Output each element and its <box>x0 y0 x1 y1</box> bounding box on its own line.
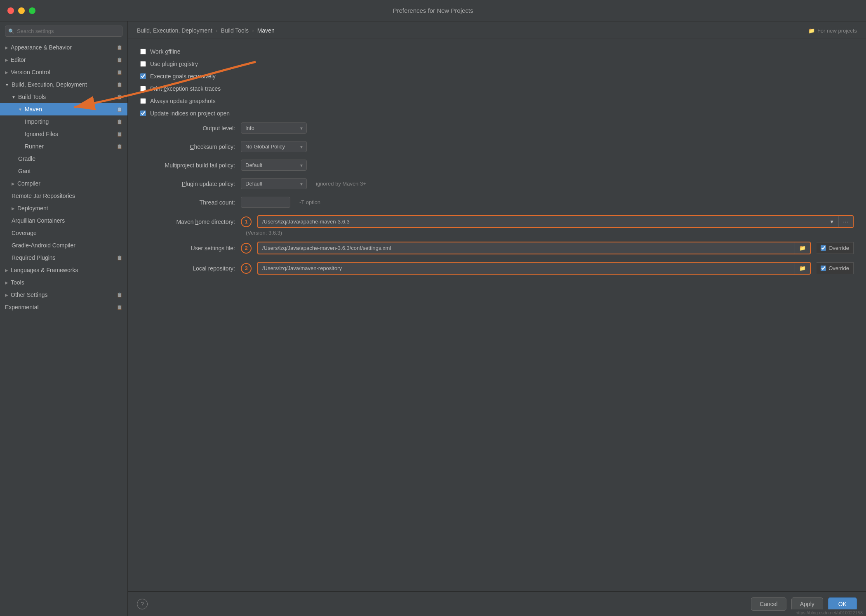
user-settings-input-wrap: 📁 <box>257 242 811 254</box>
user-settings-input[interactable] <box>258 242 795 254</box>
arrow-icon: ▶ <box>5 45 8 50</box>
local-repo-input[interactable] <box>258 263 795 274</box>
sidebar-item-deployment[interactable]: ▶ Deployment <box>0 202 127 214</box>
arrow-icon: ▶ <box>5 70 8 75</box>
output-level-row: Output level: Info Debug Warn Error ▼ <box>140 122 854 134</box>
thread-count-label: Thread count: <box>140 199 235 206</box>
sidebar-item-version-control[interactable]: ▶ Version Control 📋 <box>0 66 127 78</box>
sidebar-item-runner[interactable]: Runner 📋 <box>0 140 127 153</box>
maven-home-browse-btn[interactable]: ··· <box>838 216 853 227</box>
update-indices-checkbox[interactable] <box>140 111 146 116</box>
checkbox-execute-goals: Execute goals recursively <box>140 73 854 80</box>
execute-goals-checkbox[interactable] <box>140 73 146 79</box>
maven-home-dropdown-btn[interactable]: ▼ <box>825 216 838 227</box>
sidebar-item-label: Version Control <box>11 69 117 75</box>
ok-button[interactable]: OK <box>828 597 857 611</box>
maven-home-label: Maven home directory: <box>140 219 235 225</box>
checksum-policy-select[interactable]: No Global Policy Fail Warn Ignore <box>241 141 307 152</box>
sidebar-item-label: Maven <box>25 106 117 113</box>
search-input[interactable] <box>5 26 122 37</box>
sidebar-item-remote-jar[interactable]: Remote Jar Repositories <box>0 190 127 202</box>
maven-home-row: Maven home directory: 1 ▼ ··· <box>140 215 854 228</box>
user-settings-label: User settings file: <box>140 245 235 252</box>
sidebar-item-label: Languages & Frameworks <box>11 267 122 273</box>
sidebar-item-editor[interactable]: ▶ Editor 📋 <box>0 54 127 66</box>
right-panel: Build, Execution, Deployment › Build Too… <box>128 21 866 616</box>
sidebar-item-tools[interactable]: ▶ Tools <box>0 276 127 289</box>
sidebar-item-compiler[interactable]: ▶ Compiler <box>0 177 127 190</box>
sidebar-item-experimental[interactable]: Experimental 📋 <box>0 301 127 313</box>
use-plugin-checkbox[interactable] <box>140 61 146 67</box>
sidebar-item-label: Coverage <box>12 230 122 236</box>
local-repo-override: Override <box>817 262 854 274</box>
output-level-label: Output level: <box>140 125 235 132</box>
minimize-button[interactable] <box>18 7 25 14</box>
sidebar-item-build-execution[interactable]: ▼ Build, Execution, Deployment 📋 <box>0 78 127 91</box>
local-repo-folder-btn[interactable]: 📁 <box>795 263 810 274</box>
sidebar-list: ▶ Appearance & Behavior 📋 ▶ Editor 📋 ▶ V… <box>0 41 127 616</box>
breadcrumb: Build, Execution, Deployment › Build Too… <box>128 21 866 38</box>
execute-goals-label: Execute goals recursively <box>150 73 216 80</box>
save-icon: 📋 <box>117 107 122 112</box>
sidebar-item-label: Appearance & Behavior <box>11 44 117 51</box>
breadcrumb-sep-1: › <box>216 27 218 34</box>
user-settings-override: Override <box>817 242 854 254</box>
multiproject-policy-select[interactable]: Default AT_END NEVER <box>241 160 307 171</box>
bottom-bar: ? Cancel Apply OK <box>128 591 866 616</box>
user-settings-folder-btn[interactable]: 📁 <box>795 242 810 254</box>
arrow-icon: ▶ <box>12 181 15 186</box>
checkbox-update-indices: Update indices on project open <box>140 110 854 117</box>
save-icon: 📋 <box>117 94 122 100</box>
local-repo-override-label: Override <box>828 265 849 271</box>
sidebar-item-label: Gradle <box>18 155 122 162</box>
sidebar-item-arquillian[interactable]: Arquillian Containers <box>0 214 127 227</box>
arrow-icon: ▶ <box>5 280 8 285</box>
sidebar-item-label: Importing <box>25 118 117 125</box>
sidebar-item-importing[interactable]: Importing 📋 <box>0 115 127 128</box>
sidebar-item-other-settings[interactable]: ▶ Other Settings 📋 <box>0 289 127 301</box>
maximize-button[interactable] <box>29 7 35 14</box>
sidebar-item-ignored-files[interactable]: Ignored Files 📋 <box>0 128 127 140</box>
sidebar-item-gant[interactable]: Gant <box>0 165 127 177</box>
always-update-checkbox[interactable] <box>140 98 146 104</box>
save-icon: 📋 <box>117 82 122 87</box>
cancel-button[interactable]: Cancel <box>751 597 786 611</box>
print-exception-checkbox[interactable] <box>140 86 146 92</box>
multiproject-policy-select-wrapper: Default AT_END NEVER ▼ <box>241 160 307 171</box>
use-plugin-label: Use plugin registry <box>150 61 198 67</box>
plugin-update-policy-select[interactable]: Default Always Daily Never <box>241 178 307 189</box>
sidebar-item-maven[interactable]: ▼ Maven 📋 <box>0 103 127 115</box>
sidebar-item-label: Compiler <box>17 180 122 187</box>
sidebar-item-coverage[interactable]: Coverage <box>0 227 127 239</box>
sidebar-item-gradle[interactable]: Gradle <box>0 153 127 165</box>
plugin-update-hint: ignored by Maven 3+ <box>316 181 366 187</box>
checksum-policy-select-wrapper: No Global Policy Fail Warn Ignore ▼ <box>241 141 307 152</box>
close-button[interactable] <box>7 7 14 14</box>
window-title: Preferences for New Projects <box>393 7 473 14</box>
thread-count-input[interactable] <box>241 197 290 208</box>
breadcrumb-build-tools: Build Tools <box>221 27 249 34</box>
save-icon: 📋 <box>117 119 122 125</box>
save-icon: 📋 <box>117 255 122 261</box>
url-bar: https://blog.csdn.net/u010022158 <box>792 609 866 616</box>
settings-content: Work offline Use plugin registry Execute… <box>128 38 866 591</box>
local-repo-label: Local repository: <box>140 265 235 272</box>
maven-home-input[interactable] <box>258 216 825 227</box>
apply-button[interactable]: Apply <box>791 597 823 611</box>
help-button[interactable]: ? <box>137 599 148 609</box>
sidebar-item-build-tools[interactable]: ▼ Build Tools 📋 <box>0 91 127 103</box>
save-icon: 📋 <box>117 70 122 75</box>
save-icon: 📋 <box>117 132 122 137</box>
for-new-projects-text: For new projects <box>817 28 857 34</box>
checksum-policy-row: Checksum policy: No Global Policy Fail W… <box>140 141 854 152</box>
local-repo-override-checkbox[interactable] <box>821 266 826 271</box>
sidebar-item-required-plugins[interactable]: Required Plugins 📋 <box>0 252 127 264</box>
work-offline-checkbox[interactable] <box>140 49 146 54</box>
user-settings-override-checkbox[interactable] <box>821 245 826 251</box>
sidebar-item-languages[interactable]: ▶ Languages & Frameworks <box>0 264 127 276</box>
output-level-select[interactable]: Info Debug Warn Error <box>241 122 307 134</box>
maven-home-input-wrap: ▼ ··· <box>257 215 854 228</box>
sidebar-item-gradle-android[interactable]: Gradle-Android Compiler <box>0 239 127 252</box>
sidebar-item-appearance[interactable]: ▶ Appearance & Behavior 📋 <box>0 41 127 54</box>
local-repo-input-wrap: 📁 <box>257 262 811 275</box>
